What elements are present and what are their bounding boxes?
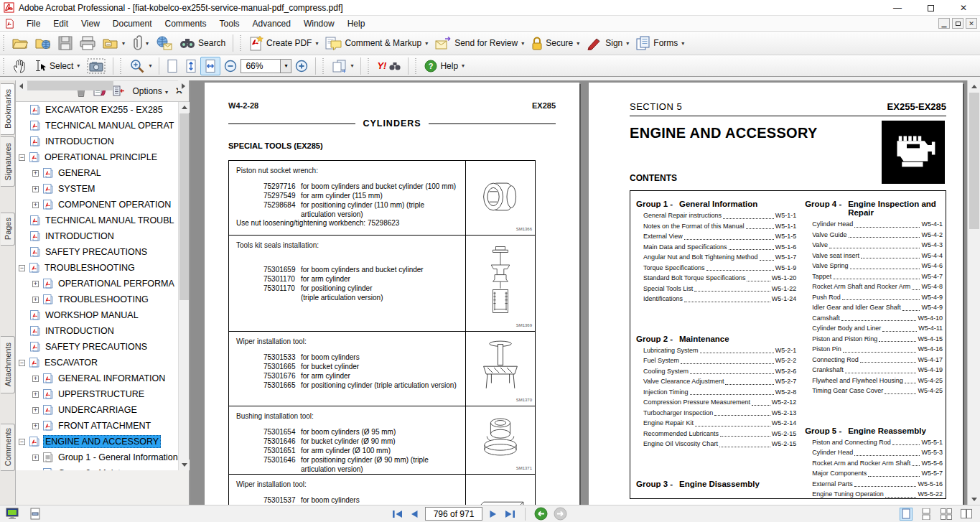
menu-edit[interactable]: Edit bbox=[47, 17, 75, 31]
bookmark-item[interactable]: +TROUBLESHOOTING bbox=[16, 292, 179, 307]
menu-comments[interactable]: Comments bbox=[159, 17, 213, 31]
contents-entry[interactable]: Piston and Piston RingW5-4-15 bbox=[812, 334, 943, 345]
bookmark-item[interactable]: +FRONT ATTACHMENT bbox=[16, 418, 179, 434]
toolbar-grip[interactable] bbox=[3, 58, 6, 74]
contents-entry[interactable]: Idler Gear and Idler Gear ShaftW5-4-9 bbox=[812, 302, 943, 313]
contents-entry[interactable]: Valve GuideW5-4-2 bbox=[812, 230, 943, 241]
contents-entry[interactable]: Cylinder HeadW5-5-3 bbox=[812, 447, 943, 458]
contents-entry[interactable]: Fuel SystemW5-2-2 bbox=[643, 355, 796, 366]
sidebar-tab-comments[interactable]: Comments bbox=[1, 424, 15, 471]
contents-entry[interactable]: Valve Clearance AdjustmentW5-2-7 bbox=[643, 376, 796, 387]
contents-entry[interactable]: Cooling SystemW5-2-6 bbox=[643, 366, 796, 377]
maximize-button[interactable] bbox=[914, 0, 947, 16]
menu-advanced[interactable]: Advanced bbox=[246, 17, 297, 31]
contents-entry[interactable]: Torque SpecificationsW5-1-9 bbox=[643, 263, 796, 274]
bookmark-item[interactable]: −OPERATIONAL PRINCIPLE bbox=[16, 149, 179, 165]
organizer-button[interactable]: ▾ bbox=[99, 34, 129, 52]
bookmark-item[interactable]: −ENGINE AND ACCESSORY bbox=[16, 434, 179, 449]
bookmark-expand-toggle[interactable]: + bbox=[32, 186, 39, 192]
bookmark-item[interactable]: INTRODUCTION bbox=[16, 323, 179, 339]
bookmark-expand-toggle[interactable]: + bbox=[32, 281, 39, 287]
contents-entry[interactable]: Standard Bolt Torque SpecificationsW5-1-… bbox=[643, 273, 796, 284]
bookmark-item[interactable]: WORKSHOP MANUAL bbox=[16, 307, 179, 323]
bookmark-collapse-toggle[interactable]: − bbox=[19, 360, 25, 366]
attach-button[interactable]: ▾ bbox=[129, 33, 152, 53]
bookmark-item[interactable]: +UNDERCARRIAGE bbox=[16, 402, 179, 418]
contents-entry[interactable]: Turbocharger InspectionW5-2-13 bbox=[643, 408, 796, 419]
bookmark-collapse-toggle[interactable]: − bbox=[19, 265, 25, 271]
contents-entry[interactable]: CamshaftW5-4-10 bbox=[812, 313, 943, 324]
contents-entry[interactable]: Special Tools ListW5-1-22 bbox=[643, 284, 796, 294]
bookmark-item[interactable]: +GENERAL INFORMATION bbox=[16, 370, 179, 386]
bookmark-item[interactable]: +OPERATIONAL PERFORMA bbox=[16, 276, 179, 292]
toolbar-grip[interactable] bbox=[3, 35, 6, 51]
select-tool-button[interactable]: Select▾ bbox=[30, 57, 83, 75]
toolbar-grip[interactable] bbox=[368, 58, 371, 74]
first-page-button[interactable] bbox=[391, 509, 403, 519]
contents-entry[interactable]: Major ComponentsW5-5-7 bbox=[812, 468, 943, 479]
hand-tool-button[interactable] bbox=[9, 56, 30, 76]
contents-entry[interactable]: Cylinder Body and LinerW5-4-11 bbox=[812, 323, 943, 334]
page-display-button[interactable]: ▾ bbox=[328, 57, 357, 75]
contents-entry[interactable]: Timing Gear Case CoverW5-4-25 bbox=[812, 386, 943, 396]
contents-entry[interactable]: ValveW5-4-3 bbox=[812, 240, 943, 251]
contents-entry[interactable]: TappetW5-4-7 bbox=[812, 271, 943, 282]
scroll-down-arrow[interactable] bbox=[179, 460, 190, 470]
create-pdf-button[interactable]: Create PDF▾ bbox=[246, 33, 322, 53]
bookmark-item[interactable]: +Group 2 - Maintenance bbox=[16, 465, 179, 470]
toolbar-grip[interactable] bbox=[322, 58, 326, 74]
contents-entry[interactable]: Cylinder HeadW5-4-1 bbox=[812, 219, 943, 230]
print-button[interactable] bbox=[76, 34, 99, 52]
bookmark-expand-toggle[interactable]: + bbox=[32, 423, 39, 429]
doc-minimize-button[interactable]: ▁ bbox=[938, 18, 950, 29]
bookmark-item[interactable]: INTRODUCTION bbox=[16, 134, 179, 149]
pdf-page-left[interactable]: W4-2-28 EX285 CYLINDERS SPECIAL TOOLS (E… bbox=[205, 83, 579, 505]
single-page-layout-button[interactable] bbox=[900, 508, 913, 521]
bookmark-expand-toggle[interactable]: + bbox=[32, 376, 39, 382]
scroll-up-arrow[interactable] bbox=[179, 102, 190, 113]
toolbar-grip[interactable] bbox=[120, 58, 123, 74]
fit-page-button[interactable] bbox=[182, 57, 200, 75]
send-for-review-button[interactable]: Send for Review▾ bbox=[431, 34, 528, 52]
scrollbar-thumb[interactable] bbox=[27, 81, 113, 90]
contents-entry[interactable]: CrankshaftW5-4-19 bbox=[812, 365, 943, 376]
bookmark-collapse-toggle[interactable]: − bbox=[19, 439, 25, 445]
contents-entry[interactable]: General Repair instructionsW5-1-1 bbox=[643, 210, 796, 221]
bookmark-expand-toggle[interactable]: + bbox=[32, 170, 39, 177]
contents-entry[interactable]: Rocket Arm and Rocker Arm ShaftW5-5-6 bbox=[812, 458, 943, 469]
continuous-layout-button[interactable] bbox=[920, 508, 933, 521]
contents-entry[interactable]: Injection TimingW5-2-8 bbox=[643, 387, 796, 398]
collapse-bookmarks-icon[interactable] bbox=[113, 85, 125, 96]
bookmark-item[interactable]: +SYSTEM bbox=[16, 181, 179, 197]
zoom-out-button[interactable] bbox=[220, 57, 241, 75]
contents-entry[interactable]: Piston PinW5-4-16 bbox=[812, 344, 943, 355]
contents-entry[interactable]: Valve SpringW5-4-6 bbox=[812, 261, 943, 271]
zoom-level-dropdown-arrow[interactable]: ▾ bbox=[281, 59, 291, 73]
scroll-right-arrow[interactable] bbox=[178, 80, 189, 91]
menu-view[interactable]: View bbox=[75, 17, 106, 31]
contents-entry[interactable]: Connecting RodW5-4-17 bbox=[812, 355, 943, 365]
bookmark-expand-toggle[interactable]: + bbox=[32, 455, 39, 461]
bookmarks-vertical-scrollbar[interactable] bbox=[178, 102, 189, 470]
contents-entry[interactable]: External ViewW5-1-5 bbox=[643, 231, 796, 242]
bookmark-item[interactable]: SAFETY PRECAUTIONS bbox=[16, 244, 179, 260]
sidebar-tab-bookmarks[interactable]: Bookmarks bbox=[1, 83, 15, 135]
previous-view-button[interactable] bbox=[534, 507, 548, 521]
bookmark-item[interactable]: −ESCAVATOR bbox=[16, 355, 179, 370]
zoom-level-value[interactable]: 66% bbox=[241, 59, 281, 73]
contents-entry[interactable]: Lubricating SystemW5-2-1 bbox=[643, 345, 796, 356]
toolbar-grip[interactable] bbox=[415, 58, 419, 74]
menu-help[interactable]: Help bbox=[341, 17, 372, 31]
page-number-field[interactable] bbox=[425, 507, 482, 521]
sidebar-tab-pages[interactable]: Pages bbox=[1, 213, 15, 246]
menu-tools[interactable]: Tools bbox=[213, 17, 246, 31]
menu-window[interactable]: Window bbox=[297, 17, 341, 31]
contents-entry[interactable]: Compression Pressure MeasurementW5-2-12 bbox=[643, 397, 796, 408]
bookmark-expand-toggle[interactable]: + bbox=[32, 407, 39, 414]
open-button[interactable] bbox=[9, 34, 32, 52]
sign-button[interactable]: Sign▾ bbox=[583, 34, 633, 52]
scroll-left-arrow[interactable] bbox=[16, 80, 27, 91]
zoom-tool-button[interactable]: ▾ bbox=[126, 56, 155, 76]
contents-entry[interactable]: Flywheel and Flywheel HousingW5-4-25 bbox=[812, 376, 943, 386]
bookmark-expand-toggle[interactable]: + bbox=[32, 297, 39, 303]
